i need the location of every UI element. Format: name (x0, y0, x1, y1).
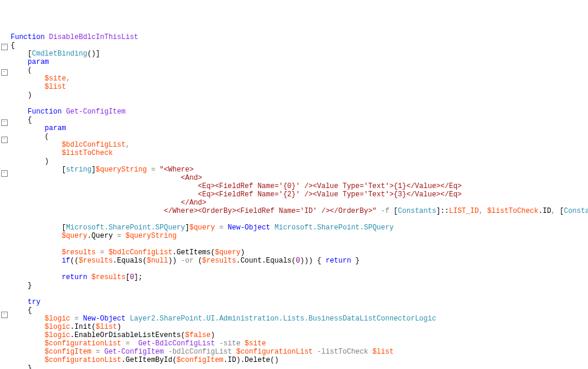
gutter-line (0, 318, 8, 326)
code-line[interactable]: ( (11, 66, 588, 75)
code-line[interactable]: $configurationList = Get-BdlcConfigList … (11, 339, 588, 348)
code-line[interactable]: if(($results.Equals($null)) -or ($result… (11, 257, 588, 265)
code-line[interactable]: $logic.Init($list) (11, 323, 588, 331)
code-line[interactable]: $list (11, 83, 588, 91)
code-line[interactable]: [Microsoft.SharePoint.SPQuery]$query = N… (11, 224, 588, 232)
gutter-line (0, 143, 8, 151)
code-editor[interactable]: - - - - - - - Function DisableBdlcInThis… (0, 33, 588, 369)
code-line[interactable]: [CmdletBinding()] (11, 50, 588, 58)
code-area[interactable]: Function DisableBdlcInThisList{ [CmdletB… (8, 33, 588, 369)
code-line[interactable] (11, 99, 588, 108)
gutter-line (0, 276, 8, 284)
gutter-line (0, 343, 8, 351)
gutter-line (0, 101, 8, 109)
code-line[interactable]: $results = $bdlcConfigList.GetItems($que… (11, 248, 588, 257)
gutter-line (0, 177, 8, 185)
code-line[interactable] (11, 265, 588, 273)
code-line[interactable]: { (11, 116, 588, 124)
code-line[interactable] (11, 240, 588, 248)
gutter-line (0, 92, 8, 101)
fold-toggle[interactable]: - (0, 67, 8, 76)
code-line[interactable]: ) (11, 157, 588, 166)
gutter-line (0, 326, 8, 335)
gutter-line (0, 202, 8, 210)
fold-toggle[interactable]: - (0, 134, 8, 143)
code-line[interactable] (11, 290, 588, 298)
gutter-line (0, 84, 8, 92)
code-line[interactable]: try (11, 298, 588, 306)
gutter-line (0, 76, 8, 84)
gutter-line (0, 284, 8, 293)
fold-toggle[interactable]: - (0, 117, 8, 126)
code-line[interactable]: $logic = New-Object Layer2.SharePoint.UI… (11, 315, 588, 323)
fold-toggle[interactable]: - (0, 309, 8, 318)
code-line[interactable]: ) (11, 91, 588, 99)
code-line[interactable]: param (11, 58, 588, 66)
code-line[interactable]: [string]$queryString = "<Where> (11, 166, 588, 174)
gutter-line (0, 251, 8, 260)
gutter-line (0, 301, 8, 309)
gutter-line (0, 126, 8, 134)
gutter-line (0, 268, 8, 276)
gutter-line (0, 243, 8, 251)
gutter-line (0, 109, 8, 117)
code-line[interactable]: $configItem = Get-ConfigItem -bdlcConfig… (11, 348, 588, 356)
gutter-line (0, 226, 8, 235)
code-line[interactable]: <Eq><FieldRef Name='{2}' /><Value Type='… (11, 190, 588, 199)
code-line[interactable]: } (11, 281, 588, 290)
gutter-line (0, 235, 8, 243)
code-line[interactable]: { (11, 41, 588, 50)
code-line[interactable]: $query.Query = $queryString (11, 232, 588, 240)
fold-gutter[interactable]: - - - - - - - (0, 33, 8, 369)
code-line[interactable]: <Eq><FieldRef Name='{0}' /><Value Type='… (11, 182, 588, 190)
gutter-line (0, 50, 8, 59)
gutter-line (0, 160, 8, 168)
code-line[interactable]: <And> (11, 174, 588, 182)
gutter-line (0, 351, 8, 360)
code-line[interactable]: $bdlcConfigList, (11, 141, 588, 149)
gutter-line (0, 260, 8, 268)
code-line[interactable]: return $results[0]; (11, 273, 588, 281)
code-line[interactable]: $listToCheck (11, 149, 588, 157)
gutter-line (0, 218, 8, 226)
code-line[interactable]: $configurationList.GetItemById($configIt… (11, 356, 588, 364)
gutter-line (0, 335, 8, 343)
code-line[interactable]: ( (11, 132, 588, 141)
code-line[interactable]: { (11, 306, 588, 315)
code-line[interactable]: Function DisableBdlcInThisList (11, 33, 588, 41)
gutter-line (0, 210, 8, 218)
gutter-line (0, 151, 8, 160)
code-line[interactable]: </Where><OrderBy><FieldRef Name='ID' /><… (11, 207, 588, 215)
code-line[interactable]: } (11, 364, 588, 369)
code-line[interactable]: </And> (11, 199, 588, 207)
code-line[interactable]: $site, (11, 75, 588, 83)
fold-toggle[interactable]: - (0, 168, 8, 177)
fold-toggle[interactable]: - (0, 41, 8, 50)
gutter-line (0, 33, 8, 41)
code-line[interactable] (11, 215, 588, 224)
code-line[interactable]: param (11, 124, 588, 132)
code-line[interactable]: $logic.EnableOrDisableListEvents($false) (11, 331, 588, 339)
gutter-line (0, 193, 8, 202)
code-line[interactable]: Function Get-ConfigItem (11, 108, 588, 116)
gutter-line (0, 59, 8, 67)
gutter-line (0, 185, 8, 193)
gutter-line (0, 293, 8, 301)
gutter-line (0, 360, 8, 368)
